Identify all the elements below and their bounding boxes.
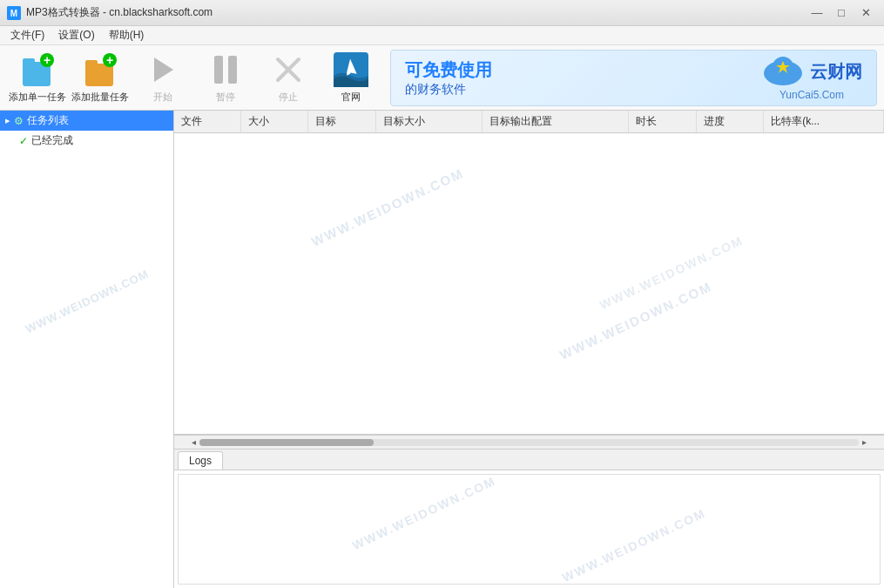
- tree-arrow-icon: ▸: [5, 115, 10, 126]
- add-single-label: 添加单一任务: [9, 91, 66, 104]
- content-watermark-1: WWW.WEIDOWN.COM: [308, 166, 465, 249]
- cloud-logo-icon: [761, 54, 805, 89]
- file-table: 文件 大小 目标 目标大小 目标输出配置 时长 进度 比特率(k...: [174, 111, 884, 133]
- content-watermark-3: WWW.WEIDOWN.COM: [597, 233, 746, 312]
- main-area: WWW.WEIDOWN.COM ▸ ⚙ 任务列表 ✓ 已经完成 WWW.WEID…: [0, 111, 884, 588]
- ad-main-text: 可免费使用: [405, 58, 492, 82]
- title-left: M MP3格式转换器 - cn.blacksharksoft.com: [7, 5, 213, 20]
- add-batch-button[interactable]: + 添加批量任务: [70, 50, 131, 106]
- menu-bar: 文件(F) 设置(O) 帮助(H): [0, 26, 884, 45]
- pause-icon: [208, 52, 243, 87]
- start-button[interactable]: 开始: [132, 50, 193, 106]
- logs-tab-bar: Logs: [174, 449, 884, 470]
- task-list-icon: ⚙: [14, 115, 24, 127]
- toolbar: + 添加单一任务 + 添加批量任务 开始 暂停: [0, 45, 884, 111]
- site-label: 官网: [341, 91, 361, 104]
- stop-button[interactable]: 停止: [258, 50, 319, 106]
- completed-label: 已经完成: [31, 133, 73, 148]
- task-list-label: 任务列表: [27, 113, 69, 128]
- logs-section: Logs WWW.WEIDOWN.COM WWW.WEIDOWN.COM: [174, 449, 884, 588]
- ad-logo: 云财网 YunCai5.Com: [761, 54, 862, 101]
- logs-tab[interactable]: Logs: [178, 451, 223, 470]
- sidebar-item-completed[interactable]: ✓ 已经完成: [0, 131, 173, 151]
- add-batch-label: 添加批量任务: [71, 91, 129, 104]
- logs-watermark-1: WWW.WEIDOWN.COM: [350, 474, 498, 552]
- horizontal-scrollbar[interactable]: ◂ ▸: [174, 435, 884, 449]
- title-bar: M MP3格式转换器 - cn.blacksharksoft.com — □ ✕: [0, 0, 884, 26]
- pause-label: 暂停: [216, 91, 235, 104]
- content-watermark-2: WWW.WEIDOWN.COM: [557, 279, 714, 362]
- sidebar-item-task-list[interactable]: ▸ ⚙ 任务列表: [0, 111, 173, 131]
- ad-logo-sub: YunCai5.Com: [779, 89, 844, 101]
- col-progress: 进度: [696, 111, 763, 133]
- menu-settings[interactable]: 设置(O): [51, 26, 101, 44]
- site-icon: [334, 52, 368, 87]
- completed-check-icon: ✓: [19, 135, 28, 147]
- start-icon: [145, 52, 180, 87]
- stop-icon: [271, 52, 306, 87]
- close-button[interactable]: ✕: [854, 4, 877, 22]
- menu-file[interactable]: 文件(F): [3, 26, 51, 44]
- col-target-size: 目标大小: [375, 111, 482, 133]
- logs-watermark-2: WWW.WEIDOWN.COM: [560, 506, 708, 585]
- window-title: MP3格式转换器 - cn.blacksharksoft.com: [26, 5, 213, 20]
- col-size: 大小: [240, 111, 307, 133]
- pause-button[interactable]: 暂停: [195, 50, 256, 106]
- window-controls: — □ ✕: [806, 4, 877, 22]
- col-target-output: 目标输出配置: [482, 111, 629, 133]
- stop-label: 停止: [279, 91, 298, 104]
- col-target: 目标: [308, 111, 375, 133]
- scroll-right-arrow[interactable]: ▸: [859, 437, 870, 447]
- add-single-icon: +: [20, 52, 55, 87]
- col-duration: 时长: [629, 111, 696, 133]
- add-single-button[interactable]: + 添加单一任务: [7, 50, 68, 106]
- ad-banner[interactable]: 可免费使用 的财务软件 云财网 YunCai5.Com: [390, 50, 877, 106]
- ad-logo-name: 云财网: [810, 60, 862, 84]
- col-file: 文件: [174, 111, 240, 133]
- file-table-container: WWW.WEIDOWN.COM WWW.WEIDOWN.COM WWW.WEID…: [174, 111, 884, 435]
- logs-content: WWW.WEIDOWN.COM WWW.WEIDOWN.COM: [178, 474, 881, 585]
- start-label: 开始: [153, 91, 172, 104]
- maximize-button[interactable]: □: [830, 4, 853, 22]
- ad-text: 可免费使用 的财务软件: [405, 58, 492, 98]
- app-icon: M: [7, 6, 21, 20]
- svg-marker-2: [154, 57, 173, 82]
- svg-text:M: M: [10, 9, 17, 18]
- scrollbar-thumb[interactable]: [199, 439, 374, 446]
- sidebar: WWW.WEIDOWN.COM ▸ ⚙ 任务列表 ✓ 已经完成: [0, 111, 174, 588]
- scrollbar-track[interactable]: [199, 439, 859, 446]
- col-bitrate: 比特率(k...: [764, 111, 884, 133]
- scroll-left-arrow[interactable]: ◂: [188, 437, 199, 447]
- add-batch-icon: +: [83, 52, 118, 87]
- menu-help[interactable]: 帮助(H): [102, 26, 152, 44]
- sidebar-watermark: WWW.WEIDOWN.COM: [23, 267, 150, 336]
- minimize-button[interactable]: —: [806, 4, 828, 22]
- ad-sub-text: 的财务软件: [405, 82, 492, 98]
- site-button[interactable]: 官网: [321, 50, 381, 106]
- content-area: WWW.WEIDOWN.COM WWW.WEIDOWN.COM WWW.WEID…: [174, 111, 884, 588]
